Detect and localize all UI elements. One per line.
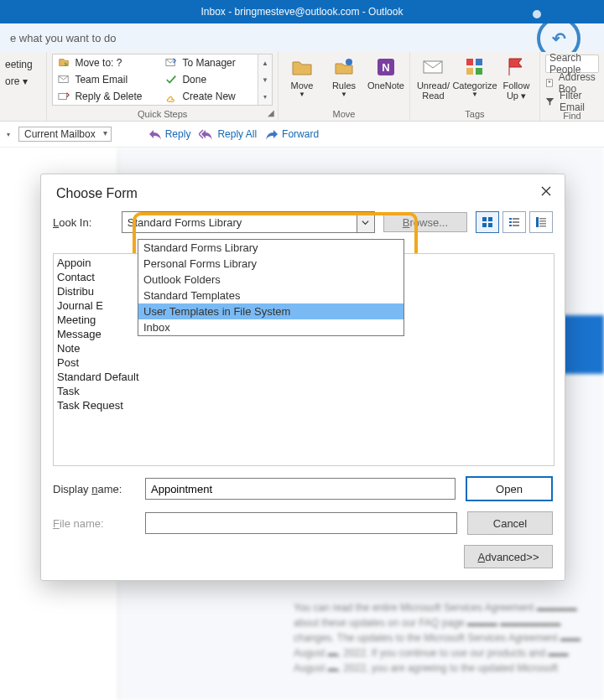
browse-button: Browse... [383, 212, 467, 232]
list-item[interactable]: Task [54, 384, 554, 398]
svg-rect-21 [509, 225, 512, 226]
details-icon [535, 216, 547, 228]
open-button[interactable]: Open [466, 476, 553, 501]
file-name-input[interactable] [145, 512, 457, 534]
dd-option-standard-forms[interactable]: Standard Forms Library [138, 240, 404, 256]
cancel-button[interactable]: Cancel [467, 511, 553, 535]
svg-rect-16 [488, 223, 492, 227]
list-item[interactable]: Standard Default [54, 370, 554, 384]
svg-rect-24 [539, 218, 546, 220]
file-name-label: File name: [53, 517, 135, 530]
display-name-input[interactable] [145, 478, 456, 500]
svg-rect-17 [509, 218, 512, 220]
close-icon [541, 186, 551, 196]
list-icon [508, 216, 520, 228]
svg-rect-18 [513, 218, 519, 220]
dialog-title: Choose Form [41, 174, 565, 210]
svg-rect-19 [509, 221, 512, 223]
dd-option-standard-templates[interactable]: Standard Templates [138, 288, 404, 303]
svg-rect-14 [488, 217, 492, 221]
dd-option-inbox[interactable]: Inbox [138, 319, 404, 335]
display-name-label: Display name: [53, 483, 135, 495]
svg-rect-25 [539, 220, 546, 222]
list-item[interactable]: Task Request [54, 398, 554, 412]
svg-rect-15 [482, 223, 487, 227]
look-in-dropdown[interactable]: Standard Forms Library [122, 211, 375, 233]
modal-overlay: Choose Form Look In: Standard Forms Libr… [0, 0, 604, 700]
choose-form-dialog: Choose Form Look In: Standard Forms Libr… [40, 174, 565, 581]
svg-rect-26 [539, 223, 546, 225]
view-details[interactable] [529, 211, 553, 233]
list-item[interactable]: Note [54, 341, 554, 355]
list-item[interactable]: Post [54, 355, 554, 370]
svg-rect-13 [482, 217, 487, 221]
view-large-icons[interactable] [476, 211, 499, 233]
grid-icon [482, 216, 493, 228]
view-list[interactable] [502, 211, 526, 233]
dd-option-outlook-folders[interactable]: Outlook Folders [138, 272, 404, 288]
close-button[interactable] [534, 181, 558, 201]
svg-rect-22 [513, 225, 519, 226]
svg-rect-20 [513, 221, 519, 223]
dd-option-personal-forms[interactable]: Personal Forms Library [138, 256, 404, 272]
dd-option-user-templates[interactable]: User Templates in File System [138, 303, 404, 319]
chevron-down-icon [362, 219, 369, 226]
dropdown-toggle[interactable] [357, 212, 374, 232]
look-in-label: Look In: [53, 216, 113, 229]
advanced-button[interactable]: Advanced>> [464, 545, 553, 568]
svg-rect-23 [536, 217, 539, 227]
look-in-options[interactable]: Standard Forms Library Personal Forms Li… [138, 239, 404, 336]
look-in-value: Standard Forms Library [122, 216, 357, 229]
svg-rect-27 [539, 226, 546, 227]
